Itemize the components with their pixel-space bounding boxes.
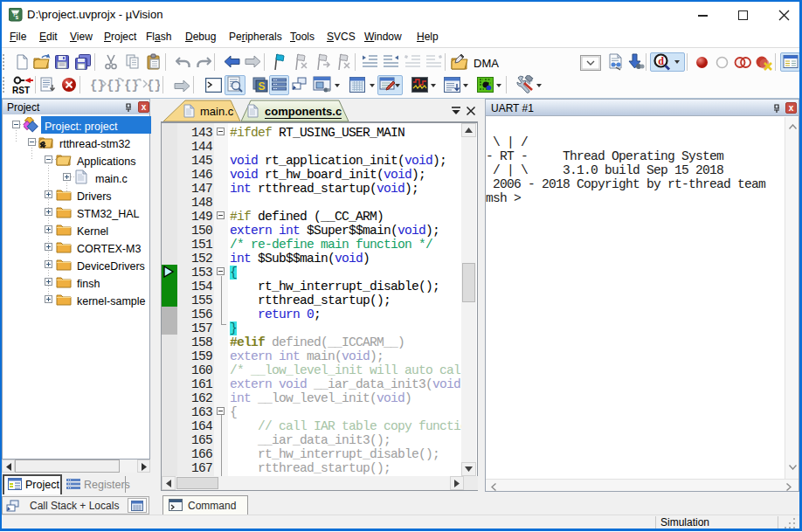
svg-text:{}: {} (107, 79, 121, 93)
svg-text:RST: RST (12, 86, 30, 95)
svg-text:s: s (16, 14, 19, 20)
svg-text:{}: {} (147, 79, 160, 93)
svg-text:d: d (658, 55, 664, 67)
svg-text:S: S (258, 80, 265, 93)
